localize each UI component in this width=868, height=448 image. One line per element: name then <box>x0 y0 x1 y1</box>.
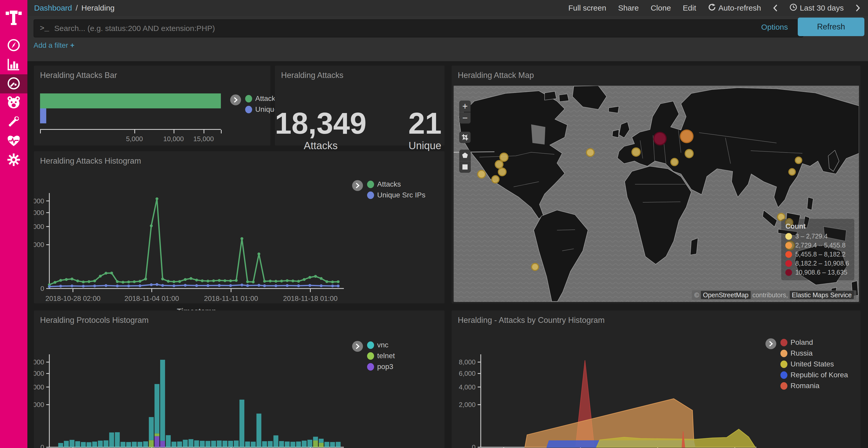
legend-toggle-icon[interactable] <box>766 338 776 349</box>
time-forward-button[interactable] <box>856 4 860 12</box>
sidebar-item-discover[interactable] <box>0 36 27 55</box>
legend-item[interactable]: Poland <box>780 338 848 347</box>
legend-item[interactable]: telnet <box>367 352 395 360</box>
clock-icon <box>789 3 797 13</box>
attack-location-dot[interactable] <box>586 148 595 157</box>
legend-item[interactable]: Attacks <box>367 180 426 188</box>
hbar-attacks[interactable] <box>40 94 221 108</box>
osm-link[interactable]: OpenStreetMap <box>701 291 751 299</box>
map-draw-rect-button[interactable] <box>459 161 471 173</box>
metric-value: 21 <box>405 108 444 138</box>
attack-location-dot[interactable] <box>499 153 509 162</box>
attack-location-dot[interactable] <box>788 168 796 176</box>
edit-button[interactable]: Edit <box>683 4 696 12</box>
map-fit-bounds-button[interactable] <box>459 132 471 143</box>
search-bar[interactable]: >_ <box>34 20 803 37</box>
attacks-bar-axis: 5,00010,00015,000 <box>40 129 221 132</box>
axis-tick-label: 5,000 <box>126 135 143 143</box>
legend-item[interactable]: Unique Src IPs <box>367 191 426 199</box>
plus-icon: + <box>70 41 74 49</box>
gauge-icon <box>7 77 21 91</box>
panel-attacks-metric: Heralding Attacks 18,349 Attacks 21 Uniq… <box>275 65 445 146</box>
sidebar-item-dashboard[interactable] <box>0 74 27 94</box>
legend-item[interactable]: Russia <box>780 349 848 357</box>
attack-location-dot[interactable] <box>653 132 667 145</box>
sidebar-item-visualize[interactable] <box>0 55 27 74</box>
clone-button[interactable]: Clone <box>651 4 671 12</box>
attack-location-dot[interactable] <box>477 170 486 179</box>
add-filter-link[interactable]: Add a filter+ <box>34 41 74 49</box>
t-mobile-logo[interactable] <box>0 4 27 31</box>
map-attribution: © OpenStreetMap contributors, Elastic Ma… <box>692 290 857 300</box>
time-range-button[interactable]: Last 30 days <box>789 3 844 13</box>
svg-text:2,000: 2,000 <box>459 401 475 409</box>
time-back-button[interactable] <box>773 4 778 12</box>
svg-text:8,000: 8,000 <box>34 197 44 205</box>
attack-location-dot[interactable] <box>498 168 506 176</box>
svg-text:2,000: 2,000 <box>34 401 44 409</box>
panel-attacks-histogram: Heralding Attacks Histogram 02,0004,0006… <box>34 151 445 304</box>
full-screen-button[interactable]: Full screen <box>568 4 606 12</box>
panel-title: Heralding Attacks <box>275 66 444 80</box>
ems-link[interactable]: Elastic Maps Service <box>790 291 854 299</box>
breadcrumb: Dashboard / Heralding <box>34 4 115 12</box>
legend-label: Poland <box>790 338 813 347</box>
sidebar-item-devtools[interactable] <box>0 112 27 132</box>
sidebar-item-monitoring[interactable] <box>0 132 27 151</box>
legend-item[interactable]: United States <box>780 360 848 368</box>
legend-label: Attacks <box>377 180 401 188</box>
metric-value: 18,349 <box>275 108 367 138</box>
auto-refresh-button[interactable]: Auto-refresh <box>708 3 761 13</box>
legend-item[interactable]: vnc <box>367 341 395 349</box>
panel-attacks-bar: Heralding Attacks Bar 5,00010,00015,000 … <box>34 65 271 146</box>
search-input[interactable] <box>54 24 803 33</box>
legend-item[interactable]: Romania <box>780 382 848 390</box>
svg-text:2018-11-18 01:00: 2018-11-18 01:00 <box>283 295 338 303</box>
attack-location-dot[interactable] <box>795 157 802 164</box>
map-zoom-in-button[interactable]: + <box>459 101 471 112</box>
map-legend-item: 3 – 2,729.4 <box>785 233 849 240</box>
sidebar-item-honeypot[interactable] <box>0 94 27 112</box>
legend-toggle-icon[interactable] <box>352 341 363 352</box>
svg-text:6,000: 6,000 <box>34 209 44 216</box>
legend-label: Unique Src IPs <box>377 191 426 199</box>
sidebar-item-management[interactable] <box>0 151 27 170</box>
axis-tick-label: 15,000 <box>193 135 214 143</box>
attack-location-dot[interactable] <box>631 147 641 157</box>
options-link[interactable]: Options <box>761 23 788 32</box>
legend-item[interactable]: pop3 <box>367 363 395 371</box>
hbar-unique-src-ips[interactable] <box>40 108 46 123</box>
query-bar: >_ Options Refresh Add a filter+ <box>27 16 868 61</box>
axis-tick-label: 10,000 <box>163 135 184 143</box>
map-legend-label: 3 – 2,729.4 <box>795 233 828 240</box>
svg-text:4,000: 4,000 <box>34 383 44 391</box>
breadcrumb-separator: / <box>76 4 78 12</box>
attacks-histogram-legend: AttacksUnique Src IPs <box>352 180 426 199</box>
map-zoom-out-button[interactable]: − <box>459 112 471 124</box>
panel-title: Heralding Attack Map <box>452 66 861 80</box>
svg-text:0: 0 <box>40 285 44 292</box>
panel-title: Heralding Attacks Bar <box>34 66 271 80</box>
svg-text:6,000: 6,000 <box>459 370 475 377</box>
legend-toggle-icon[interactable] <box>230 95 241 105</box>
breadcrumb-dashboard-link[interactable]: Dashboard <box>34 4 72 12</box>
panel-protocols-histogram: Heralding Protocols Histogram 02,0004,00… <box>34 310 445 448</box>
share-button[interactable]: Share <box>618 4 639 12</box>
attack-location-dot[interactable] <box>680 130 693 143</box>
svg-text:0: 0 <box>472 443 475 448</box>
svg-text:8,000: 8,000 <box>459 358 475 366</box>
legend-label: vnc <box>377 341 389 349</box>
world-map[interactable]: + − Count 3 – 2,729.42,729.4 – 5,455.85,… <box>454 86 859 302</box>
attack-location-dot[interactable] <box>685 149 694 158</box>
panel-country-histogram: Heralding - Attacks by Country Histogram… <box>451 310 861 448</box>
map-draw-polygon-button[interactable] <box>459 150 471 161</box>
map-legend-color-dot <box>785 260 792 267</box>
legend-color-dot <box>367 181 374 188</box>
attack-location-dot[interactable] <box>531 263 539 271</box>
legend-item[interactable]: Republic of Korea <box>780 371 848 379</box>
bar-chart-icon <box>7 58 20 72</box>
legend-toggle-icon[interactable] <box>352 180 363 191</box>
top-nav: Dashboard / Heralding Full screen Share … <box>27 0 868 16</box>
country-histogram-legend: PolandRussiaUnited StatesRepublic of Kor… <box>766 338 848 390</box>
refresh-button[interactable]: Refresh <box>798 18 864 36</box>
